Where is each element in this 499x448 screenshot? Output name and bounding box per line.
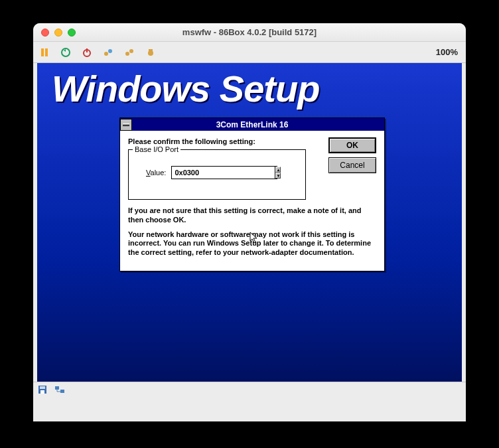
system-menu-icon[interactable] [120, 119, 132, 131]
dialog-body: Please confirm the following setting: Ba… [120, 131, 384, 271]
svg-rect-4 [86, 48, 88, 52]
window-title: mswfw - 86Box 4.0.2 [build 5172] [33, 27, 466, 37]
page-title: Windows Setup [52, 67, 319, 110]
svg-rect-1 [45, 48, 48, 56]
base-io-port-group: Base I/O Port Value: ▲ ▼ [128, 149, 306, 200]
cancel-button[interactable]: Cancel [328, 157, 376, 173]
svg-point-9 [148, 50, 153, 56]
dialog-info-text: If you are not sure that this setting is… [128, 206, 375, 258]
minimize-icon[interactable] [54, 29, 62, 37]
screenshot-icon[interactable] [145, 46, 157, 58]
svg-point-7 [125, 52, 129, 56]
emulator-toolbar: 100% [33, 42, 466, 63]
zoom-icon[interactable] [68, 29, 76, 37]
close-icon[interactable] [41, 29, 49, 37]
value-spinner[interactable]: ▲ ▼ [171, 166, 277, 179]
svg-point-6 [108, 49, 112, 53]
settings-icon[interactable] [102, 46, 114, 58]
svg-rect-15 [60, 390, 64, 393]
svg-rect-12 [40, 386, 45, 389]
emulator-window: mswfw - 86Box 4.0.2 [build 5172] 100% Wi… [33, 23, 466, 421]
emulated-screen: Windows Setup 3Com EtherLink 16 Please c… [37, 63, 462, 382]
settings-dialog: 3Com EtherLink 16 Please confirm the fol… [119, 117, 385, 271]
value-label: Value: [146, 169, 166, 177]
svg-point-5 [104, 52, 108, 56]
dialog-titlebar[interactable]: 3Com EtherLink 16 [120, 118, 384, 131]
mac-titlebar: mswfw - 86Box 4.0.2 [build 5172] [33, 23, 466, 42]
svg-rect-13 [40, 390, 44, 394]
svg-point-8 [129, 49, 133, 53]
floppy-icon[interactable] [37, 384, 48, 395]
zoom-level: 100% [436, 47, 461, 57]
svg-rect-14 [55, 386, 59, 390]
ok-button[interactable]: OK [328, 137, 376, 153]
reset-icon[interactable] [60, 46, 72, 58]
power-icon[interactable] [81, 46, 93, 58]
spinner-down-icon[interactable]: ▼ [275, 173, 281, 179]
spinner-up-icon[interactable]: ▲ [275, 167, 281, 173]
dialog-title: 3Com EtherLink 16 [132, 120, 384, 129]
network-icon[interactable] [54, 384, 65, 395]
group-legend: Base I/O Port [133, 145, 180, 153]
svg-rect-10 [149, 49, 153, 51]
status-bar [33, 382, 466, 396]
traffic-lights [41, 29, 76, 37]
svg-rect-0 [41, 48, 44, 56]
settings-alt-icon[interactable] [123, 46, 135, 58]
value-input[interactable] [172, 167, 275, 179]
pause-icon[interactable] [38, 46, 50, 58]
